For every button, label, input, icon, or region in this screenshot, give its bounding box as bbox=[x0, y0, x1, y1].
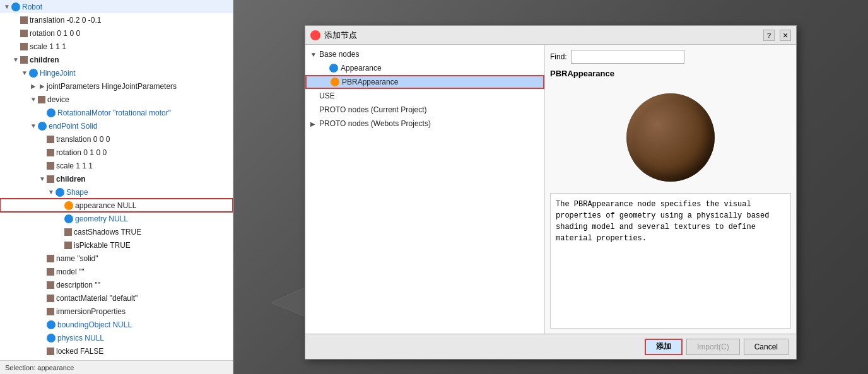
tree-item-ispickable[interactable]: isPickable TRUE bbox=[0, 238, 233, 252]
dialog-tree: ▼Base nodesAppearancePBRAppearanceUSEPRO… bbox=[305, 45, 545, 334]
tree-item-name[interactable]: name "solid" bbox=[0, 252, 233, 265]
label-children-robot: children bbox=[30, 56, 59, 64]
tree-item-description[interactable]: description "" bbox=[0, 278, 233, 291]
tree-item-immersionprops[interactable]: immersionProperties bbox=[0, 305, 233, 318]
label-translation-robot: translation -0.2 0 -0.1 bbox=[30, 16, 101, 25]
tree-item-translation-robot[interactable]: translation -0.2 0 -0.1 bbox=[0, 13, 233, 26]
node-square-model bbox=[47, 268, 54, 276]
search-label: Find: bbox=[550, 52, 567, 61]
tree-item-contactmaterial[interactable]: contactMaterial "default" bbox=[0, 291, 233, 305]
tree-item-robot[interactable]: ▼Robot bbox=[0, 0, 233, 13]
label-boundingobject: boundingObject NULL bbox=[57, 320, 132, 329]
viewport: 添加节点 ? × ▼Base nodesAppearancePBRAppeara… bbox=[233, 0, 868, 374]
label-locked: locked FALSE bbox=[56, 347, 103, 356]
sphere-visual bbox=[626, 93, 715, 182]
node-square-children-ep bbox=[47, 175, 54, 183]
label-appearance: appearance NULL bbox=[75, 201, 136, 210]
scene-tree: ▼Robottranslation -0.2 0 -0.1rotation 0 … bbox=[0, 0, 233, 358]
arrow-icon-jointparams: ▶ bbox=[38, 82, 47, 91]
label-endpoint: endPoint Solid bbox=[49, 122, 97, 131]
label-children-ep: children bbox=[56, 175, 86, 184]
node-icon-physics bbox=[47, 334, 56, 342]
node-icon-robot bbox=[11, 3, 20, 11]
label-model: model "" bbox=[56, 267, 85, 276]
expand-icon-device[interactable]: ▼ bbox=[29, 95, 38, 104]
search-input[interactable] bbox=[571, 50, 684, 64]
cancel-button[interactable]: Cancel bbox=[744, 339, 789, 355]
tree-item-rotation-robot[interactable]: rotation 0 1 0 0 bbox=[0, 26, 233, 40]
node-square-ispickable bbox=[64, 242, 72, 249]
tree-item-scale-robot[interactable]: scale 1 1 1 bbox=[0, 40, 233, 53]
node-square-locked bbox=[47, 348, 54, 355]
dialog-tree-item-appearance-node[interactable]: Appearance bbox=[305, 61, 544, 75]
node-square-rotation-ep bbox=[47, 149, 54, 156]
label-robot: Robot bbox=[22, 3, 42, 11]
expand-arrow-proto-webots: ▶ bbox=[310, 120, 319, 127]
import-button[interactable]: Import(C) bbox=[686, 339, 740, 355]
node-icon-rotationalmotor bbox=[47, 108, 56, 117]
dialog-tree-item-pbrappearance-node[interactable]: PBRAppearance bbox=[305, 75, 544, 89]
node-square-translation-ep bbox=[47, 136, 54, 143]
label-scale-robot: scale 1 1 1 bbox=[30, 42, 66, 51]
tree-item-castshadows[interactable]: castShadows TRUE bbox=[0, 225, 233, 238]
tree-item-children-robot[interactable]: ▼children bbox=[0, 53, 233, 66]
dialog-tree-item-proto-current[interactable]: PROTO nodes (Current Project) bbox=[305, 103, 544, 117]
tree-item-jointparams[interactable]: ▶▶jointParameters HingeJointParameters bbox=[0, 79, 233, 93]
tree-item-rotation-ep[interactable]: rotation 0 1 0 0 bbox=[0, 146, 233, 159]
tree-item-device[interactable]: ▼device bbox=[0, 93, 233, 106]
dialog-node-icon-pbrappearance-node bbox=[331, 78, 339, 86]
label-jointparams: jointParameters HingeJointParameters bbox=[47, 82, 177, 91]
dialog-preview: Find: PBRAppearance The PBRAppearance no… bbox=[545, 45, 796, 334]
node-square-children-robot bbox=[20, 56, 28, 64]
expand-icon-children-ep[interactable]: ▼ bbox=[38, 175, 47, 184]
tree-item-children-ep[interactable]: ▼children bbox=[0, 172, 233, 185]
tree-item-model[interactable]: model "" bbox=[0, 265, 233, 278]
add-node-dialog: 添加节点 ? × ▼Base nodesAppearancePBRAppeara… bbox=[305, 25, 797, 359]
node-square-contactmaterial bbox=[47, 295, 54, 302]
expand-icon-shape[interactable]: ▼ bbox=[47, 188, 56, 197]
dialog-tree-item-proto-webots[interactable]: ▶PROTO nodes (Webots Projects) bbox=[305, 117, 544, 131]
tree-item-boundingobject[interactable]: boundingObject NULL bbox=[0, 318, 233, 331]
label-immersionprops: immersionProperties bbox=[56, 307, 126, 316]
node-square-translation-robot bbox=[20, 16, 28, 24]
tree-item-physics[interactable]: physics NULL bbox=[0, 331, 233, 344]
dialog-tree-item-base-nodes[interactable]: ▼Base nodes bbox=[305, 47, 544, 61]
label-description: description "" bbox=[56, 281, 100, 289]
expand-icon-children-robot[interactable]: ▼ bbox=[11, 56, 20, 64]
tree-item-geometry[interactable]: geometry NULL bbox=[0, 212, 233, 225]
expand-down-base-nodes: ▼ bbox=[310, 51, 319, 58]
tree-item-shape[interactable]: ▼Shape bbox=[0, 185, 233, 199]
dialog-label-proto-current: PROTO nodes (Current Project) bbox=[319, 105, 427, 114]
close-button[interactable]: × bbox=[780, 30, 791, 41]
tree-item-hingejoint[interactable]: ▼HingeJoint bbox=[0, 66, 233, 79]
node-square-castshadows bbox=[64, 228, 72, 236]
expand-icon-endpoint[interactable]: ▼ bbox=[29, 122, 38, 131]
node-icon-hingejoint bbox=[29, 69, 38, 78]
node-square-immersionprops bbox=[47, 308, 54, 315]
dialog-node-icon-appearance-node bbox=[329, 64, 338, 73]
tree-item-scale-ep[interactable]: scale 1 1 1 bbox=[0, 159, 233, 172]
status-bar: Selection: appearance bbox=[0, 360, 233, 374]
add-button[interactable]: 添加 bbox=[645, 339, 683, 355]
node-square-scale-robot bbox=[20, 43, 28, 50]
label-castshadows: castShadows TRUE bbox=[74, 228, 141, 237]
tree-item-locked[interactable]: locked FALSE bbox=[0, 344, 233, 358]
dialog-titlebar: 添加节点 ? × bbox=[305, 26, 796, 45]
tree-item-translation-ep[interactable]: translation 0 0 0 bbox=[0, 132, 233, 146]
expand-icon-jointparams[interactable]: ▶ bbox=[29, 82, 38, 91]
dialog-tree-item-use-node[interactable]: USE bbox=[305, 89, 544, 103]
help-button[interactable]: ? bbox=[763, 30, 775, 41]
description-text: The PBRAppearance node specifies the vis… bbox=[556, 200, 769, 243]
tree-item-endpoint[interactable]: ▼endPoint Solid bbox=[0, 119, 233, 132]
dialog-label-proto-webots: PROTO nodes (Webots Projects) bbox=[319, 119, 431, 128]
dialog-body: ▼Base nodesAppearancePBRAppearanceUSEPRO… bbox=[305, 45, 796, 334]
node-square-name bbox=[47, 255, 54, 262]
tree-item-rotationalmotor[interactable]: RotationalMotor "rotational motor" bbox=[0, 106, 233, 119]
label-device: device bbox=[47, 95, 69, 104]
expand-icon-robot[interactable]: ▼ bbox=[3, 3, 11, 11]
expand-icon-hingejoint[interactable]: ▼ bbox=[20, 69, 29, 78]
dialog-label-appearance-node: Appearance bbox=[341, 64, 382, 73]
tree-item-appearance[interactable]: appearance NULL bbox=[0, 199, 233, 212]
status-text: Selection: appearance bbox=[5, 364, 74, 371]
label-hingejoint: HingeJoint bbox=[40, 69, 76, 78]
